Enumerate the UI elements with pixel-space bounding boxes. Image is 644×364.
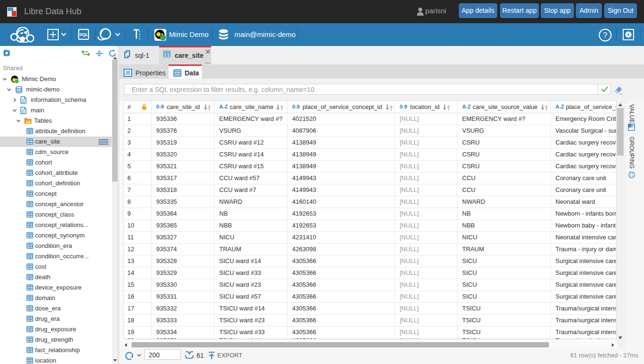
svg-text:SQL: SQL xyxy=(79,32,88,37)
svg-text:?: ? xyxy=(603,31,608,39)
